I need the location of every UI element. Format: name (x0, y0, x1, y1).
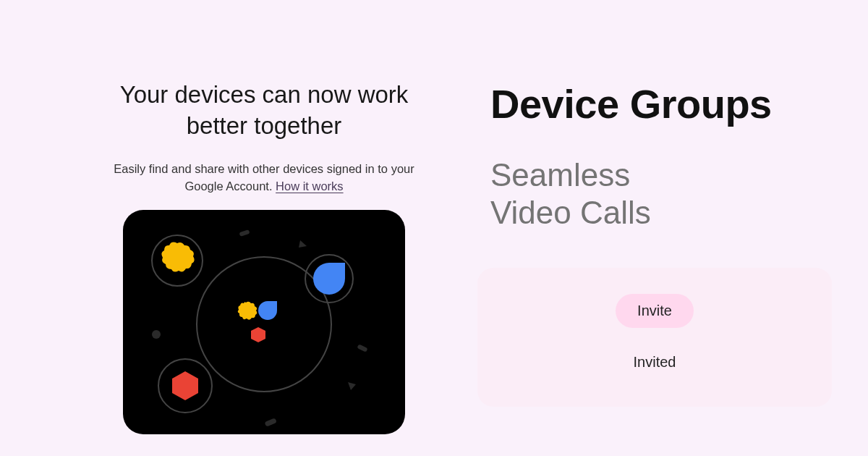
svg-rect-4 (239, 229, 250, 237)
svg-point-6 (152, 330, 161, 339)
subtitle-line1: Seamless (490, 157, 630, 193)
invited-label: Invited (499, 354, 810, 371)
subtitle-line2: Video Calls (490, 195, 651, 230)
devices-subtext: Easily find and share with other devices… (98, 161, 430, 195)
svg-rect-9 (264, 418, 276, 426)
shape-red-large (172, 371, 198, 400)
subtext-prefix: Easily find and share with other devices… (114, 162, 414, 193)
seamless-subtitle: Seamless Video Calls (490, 156, 854, 232)
shape-blue-small (258, 301, 277, 320)
devices-heading: Your devices can now work better togethe… (98, 80, 430, 142)
svg-point-0 (197, 257, 331, 392)
device-groups-title: Device Groups (490, 83, 854, 126)
shape-blue-large (313, 263, 345, 295)
shape-red-small (251, 327, 265, 342)
how-it-works-link[interactable]: How it works (276, 180, 344, 193)
svg-marker-5 (299, 240, 307, 248)
svg-marker-8 (348, 382, 356, 390)
devices-illustration (123, 210, 405, 434)
invite-panel: Invite Invited (477, 268, 832, 407)
shape-yellow-small (238, 301, 258, 319)
invite-button[interactable]: Invite (616, 294, 694, 328)
shape-yellow-large (161, 242, 194, 271)
svg-rect-7 (357, 344, 367, 352)
